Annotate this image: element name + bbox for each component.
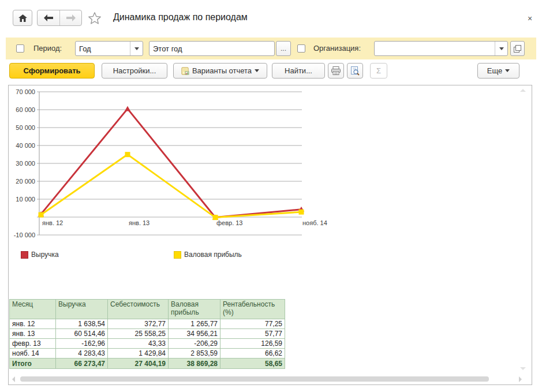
table-cell[interactable]: 43,33 xyxy=(108,339,169,349)
data-point-marker xyxy=(39,212,44,218)
scroll-down-icon[interactable] xyxy=(520,367,526,370)
table-cell[interactable]: 57,77 xyxy=(220,329,285,339)
table-total-row: Итого66 273,4727 404,1938 869,2858,65 xyxy=(10,359,285,369)
print-preview-button[interactable] xyxy=(347,63,363,79)
period-checkbox[interactable] xyxy=(16,44,24,53)
period-value-input[interactable]: Этот год xyxy=(149,41,275,56)
table-cell[interactable]: -206,29 xyxy=(169,339,220,349)
legend-swatch xyxy=(174,251,181,259)
table-cell[interactable]: 1 638,54 xyxy=(56,319,108,329)
organization-dropdown[interactable] xyxy=(495,42,507,55)
organization-open-button[interactable] xyxy=(510,41,525,56)
y-tick-label: -10 000 xyxy=(14,232,35,238)
chevron-down-icon xyxy=(505,69,510,72)
column-header[interactable]: Себестоимость xyxy=(108,300,169,319)
settings-label: Настройки... xyxy=(113,66,156,75)
y-tick-label: 40 000 xyxy=(16,142,35,149)
table-cell[interactable]: янв. 13 xyxy=(10,329,56,339)
legend-label: Выручка xyxy=(31,251,59,259)
report-variants-button[interactable]: Варианты отчета xyxy=(173,63,267,79)
column-header[interactable]: Выручка xyxy=(56,300,108,319)
find-button[interactable]: Найти... xyxy=(272,63,325,79)
y-tick-label: 10 000 xyxy=(16,196,35,203)
table-cell[interactable]: 372,77 xyxy=(108,319,169,329)
organization-input[interactable] xyxy=(374,41,508,56)
home-button[interactable] xyxy=(13,10,32,26)
report-table: МесяцВыручкаСебестоимостьВаловая прибыль… xyxy=(9,299,285,369)
y-tick-label: 50 000 xyxy=(16,124,35,131)
chevron-down-icon xyxy=(255,69,259,72)
window-header: Динамика продаж по периодам × xyxy=(0,0,542,36)
sales-dynamics-chart: 70 00060 00050 00040 00030 00020 00010 0… xyxy=(9,85,532,247)
data-point-marker xyxy=(125,106,130,111)
legend-item: Валовая прибыль xyxy=(174,251,242,259)
scroll-up-icon[interactable] xyxy=(520,89,526,92)
period-label: Период: xyxy=(33,44,62,53)
period-type-dropdown[interactable] xyxy=(130,42,143,55)
open-form-icon xyxy=(514,45,521,53)
column-header[interactable]: Валовая прибыль xyxy=(169,300,220,319)
table-cell[interactable]: февр. 13 xyxy=(10,339,56,349)
x-tick-label: февр. 13 xyxy=(216,219,242,226)
page-title: Динамика продаж по периодам xyxy=(113,12,248,23)
more-button[interactable]: Еще xyxy=(477,63,519,79)
forward-arrow-icon xyxy=(66,14,76,21)
table-row: янв. 121 638,54372,771 265,7777,25 xyxy=(10,319,285,329)
table-cell[interactable]: 2 853,59 xyxy=(169,349,220,359)
table-cell[interactable]: -162,96 xyxy=(56,339,108,349)
print-button[interactable] xyxy=(328,63,344,79)
filter-panel: Период: Год Этот год ... Организация: xyxy=(6,38,536,59)
find-label: Найти... xyxy=(285,66,312,75)
close-icon[interactable]: × xyxy=(524,13,536,24)
generate-button[interactable]: Сформировать xyxy=(9,63,95,79)
total-cell[interactable]: 58,65 xyxy=(220,359,285,369)
total-cell[interactable]: 66 273,47 xyxy=(56,359,108,369)
x-tick-label: янв. 12 xyxy=(42,219,63,226)
chevron-down-icon xyxy=(134,47,139,50)
more-label: Еще xyxy=(487,66,502,75)
table-cell[interactable]: 4 283,43 xyxy=(56,349,108,359)
report-variants-label: Варианты отчета xyxy=(192,66,252,75)
ellipsis-icon: ... xyxy=(281,44,286,53)
sigma-icon: Σ xyxy=(376,66,381,75)
total-cell[interactable]: 38 869,28 xyxy=(169,359,220,369)
table-cell[interactable]: 34 956,21 xyxy=(169,329,220,339)
period-choose-button[interactable]: ... xyxy=(276,41,291,56)
report-variant-icon xyxy=(181,67,189,75)
scroll-right-icon[interactable] xyxy=(519,376,522,382)
favorite-star-icon[interactable] xyxy=(88,12,102,25)
table-cell[interactable]: нояб. 14 xyxy=(10,349,56,359)
scroll-left-icon[interactable] xyxy=(12,376,15,382)
table-cell[interactable]: 1 265,77 xyxy=(169,319,220,329)
horizontal-scrollbar[interactable] xyxy=(20,376,489,382)
home-icon xyxy=(18,14,27,22)
sum-button: Σ xyxy=(370,63,387,79)
generate-label: Сформировать xyxy=(23,66,80,75)
period-type-select[interactable]: Год xyxy=(75,41,143,56)
settings-button[interactable]: Настройки... xyxy=(102,63,167,79)
table-header-row: МесяцВыручкаСебестоимостьВаловая прибыль… xyxy=(10,300,285,319)
y-tick-label: 60 000 xyxy=(16,106,35,113)
report-toolbar: Сформировать Настройки... Варианты отчет… xyxy=(0,62,542,81)
organization-checkbox[interactable] xyxy=(297,44,305,53)
chevron-down-icon xyxy=(499,47,504,50)
period-type-value: Год xyxy=(76,44,130,53)
data-point-marker xyxy=(213,215,218,220)
table-cell[interactable]: 66,62 xyxy=(220,349,285,359)
y-tick-label: 30 000 xyxy=(16,160,35,167)
back-arrow-icon xyxy=(44,14,53,21)
table-cell[interactable]: янв. 12 xyxy=(10,319,56,329)
total-cell[interactable]: 27 404,19 xyxy=(108,359,169,369)
total-cell[interactable]: Итого xyxy=(10,359,56,369)
table-cell[interactable]: 60 514,46 xyxy=(56,329,108,339)
table-cell[interactable]: 126,59 xyxy=(220,339,285,349)
forward-button[interactable] xyxy=(59,10,81,25)
column-header[interactable]: Рентабельность (%) xyxy=(220,300,285,319)
series-line xyxy=(41,109,301,217)
column-header[interactable]: Месяц xyxy=(10,300,56,319)
table-cell[interactable]: 77,25 xyxy=(220,319,285,329)
back-button[interactable] xyxy=(38,10,59,25)
table-cell[interactable]: 1 429,84 xyxy=(108,349,169,359)
period-value-text: Этот год xyxy=(149,44,274,53)
table-cell[interactable]: 25 558,25 xyxy=(108,329,169,339)
